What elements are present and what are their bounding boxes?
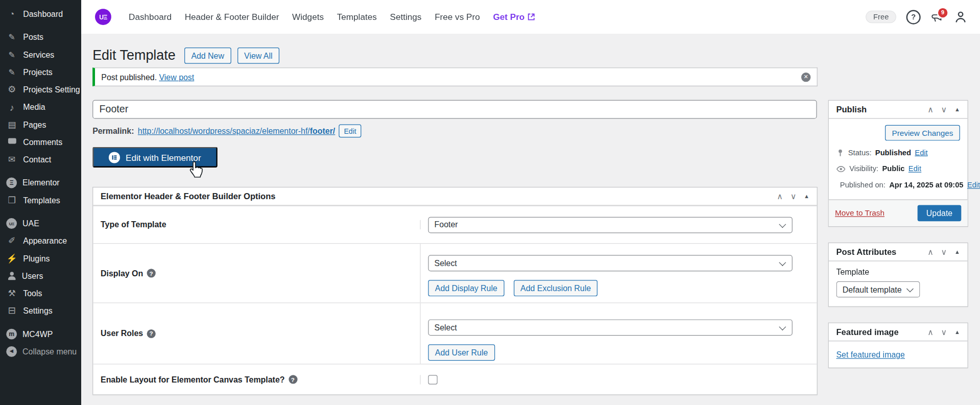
permalink-label: Permalink:	[92, 126, 134, 135]
edit-published-link[interactable]: Edit	[967, 181, 980, 189]
mc4wp-icon	[6, 328, 17, 339]
topnav-free-vs-pro[interactable]: Free vs Pro	[435, 12, 480, 22]
help-icon[interactable]	[147, 329, 156, 338]
announcements-button[interactable]: 9	[930, 11, 944, 22]
sidebar-item-label: Projects Setting	[23, 85, 80, 94]
topnav-dashboard[interactable]: Dashboard	[129, 12, 172, 22]
add-user-rule-button[interactable]: Add User Rule	[428, 344, 494, 361]
sidebar-item-label: Elementor	[22, 178, 60, 187]
canvas-template-row: Enable Layout for Elementor Canvas Templ…	[93, 364, 817, 394]
move-down-icon[interactable]	[791, 192, 797, 201]
field-label: Display On	[93, 244, 420, 302]
sidebar-item-media[interactable]: Media	[0, 98, 81, 115]
page-template-select[interactable]: Default template	[836, 281, 920, 298]
featured-image-panel: Featured image Set featured image	[828, 323, 968, 368]
account-icon[interactable]	[954, 10, 968, 24]
sidebar-item-services[interactable]: Services	[0, 45, 81, 63]
get-pro-link[interactable]: Get Pro	[493, 12, 535, 22]
canvas-template-checkbox[interactable]	[428, 375, 437, 384]
sidebar-item-appearance[interactable]: Appearance	[0, 232, 81, 249]
comments-bubble-icon	[8, 138, 16, 144]
sidebar-item-projects-setting[interactable]: Projects Setting	[0, 81, 81, 98]
template-type-select[interactable]: Footer	[428, 217, 793, 233]
sidebar-item-users[interactable]: Users	[0, 267, 81, 284]
folder-icon	[6, 195, 17, 205]
dismiss-notice-icon[interactable]: ✕	[801, 72, 810, 81]
plugin-icon	[6, 253, 17, 264]
panel-title: Featured image	[836, 327, 899, 337]
set-featured-image-link[interactable]: Set featured image	[836, 350, 905, 359]
topnav-header-footer-builder[interactable]: Header & Footer Builder	[185, 12, 279, 22]
edit-permalink-button[interactable]: Edit	[339, 125, 362, 138]
sidebar-item-mc4wp[interactable]: MC4WP	[0, 325, 81, 342]
edit-with-elementor-button[interactable]: Edit with Elementor	[92, 147, 217, 168]
title-input[interactable]	[92, 100, 817, 119]
move-up-icon[interactable]	[927, 105, 934, 114]
update-button[interactable]: Update	[918, 205, 962, 221]
pages-icon	[6, 120, 17, 130]
sidebar-item-label: Collapse menu	[22, 347, 77, 356]
view-all-button[interactable]: View All	[237, 47, 279, 64]
sidebar-collapse-menu[interactable]: Collapse menu	[0, 343, 81, 360]
help-icon[interactable]: ?	[906, 10, 921, 24]
sidebar-item-label: Posts	[23, 32, 43, 41]
add-exclusion-rule-button[interactable]: Add Exclusion Rule	[514, 280, 598, 296]
post-attributes-header[interactable]: Post Attributes	[829, 243, 968, 261]
uae-logo[interactable]: UΞ	[95, 9, 111, 25]
admin-sidebar: Dashboard Posts Services Projects Projec…	[0, 0, 81, 405]
featured-image-header[interactable]: Featured image	[829, 323, 968, 341]
status-row: Status: Published Edit	[836, 148, 960, 157]
preview-changes-button[interactable]: Preview Changes	[885, 125, 960, 141]
topnav-widgets[interactable]: Widgets	[292, 12, 324, 22]
sidebar-item-comments[interactable]: Comments	[0, 133, 81, 151]
toggle-panel-icon[interactable]	[954, 329, 960, 335]
edit-visibility-link[interactable]: Edit	[909, 164, 921, 173]
move-up-icon[interactable]	[927, 247, 934, 256]
sidebar-separator	[0, 22, 81, 28]
move-down-icon[interactable]	[941, 247, 947, 256]
metabox-header[interactable]: Elementor Header & Footer Builder Option…	[93, 187, 817, 205]
move-up-icon[interactable]	[777, 192, 783, 201]
view-post-link[interactable]: View post	[159, 72, 195, 81]
sidebar-item-label: Tools	[23, 289, 42, 298]
sidebar-item-dashboard[interactable]: Dashboard	[0, 5, 81, 22]
move-down-icon[interactable]	[941, 105, 947, 114]
move-down-icon[interactable]	[941, 327, 947, 337]
sidebar-item-plugins[interactable]: Plugins	[0, 249, 81, 267]
sidebar-item-projects[interactable]: Projects	[0, 63, 81, 81]
sidebar-item-templates[interactable]: Templates	[0, 191, 81, 208]
sidebar-item-label: Appearance	[23, 236, 67, 245]
toggle-panel-icon[interactable]	[954, 106, 960, 112]
sidebar-item-settings[interactable]: Settings	[0, 302, 81, 319]
topnav-templates[interactable]: Templates	[337, 12, 377, 22]
edit-with-elementor-label: Edit with Elementor	[126, 152, 201, 162]
metabox-controls	[777, 192, 809, 201]
sidebar-item-elementor[interactable]: Elementor	[0, 174, 81, 191]
help-icon[interactable]	[289, 375, 297, 384]
topnav-settings[interactable]: Settings	[390, 12, 422, 22]
sidebar-item-posts[interactable]: Posts	[0, 28, 81, 45]
sidebar-item-contact[interactable]: Contact	[0, 151, 81, 168]
dashboard-icon	[6, 9, 17, 19]
sidebar-item-tools[interactable]: Tools	[0, 284, 81, 302]
pin-icon	[6, 50, 17, 59]
sidebar-item-pages[interactable]: Pages	[0, 115, 81, 133]
move-up-icon[interactable]	[927, 327, 934, 337]
publish-panel-header[interactable]: Publish	[829, 101, 968, 118]
user-roles-select[interactable]: Select	[428, 319, 793, 336]
pin-icon	[6, 67, 17, 77]
free-plan-badge: Free	[866, 11, 896, 23]
toggle-panel-icon[interactable]	[954, 249, 960, 255]
sidebar-item-uae[interactable]: UAE	[0, 215, 81, 232]
help-icon[interactable]	[147, 269, 156, 277]
sidebar-separator	[0, 319, 81, 325]
toggle-panel-icon[interactable]	[804, 193, 809, 199]
add-new-button[interactable]: Add New	[184, 47, 231, 64]
move-to-trash-link[interactable]: Move to Trash	[835, 209, 885, 218]
visibility-row: Visibility: Public Edit	[836, 164, 960, 173]
add-display-rule-button[interactable]: Add Display Rule	[428, 280, 504, 296]
display-on-select[interactable]: Select	[428, 255, 793, 271]
metabox-title: Elementor Header & Footer Builder Option…	[101, 192, 275, 201]
edit-status-link[interactable]: Edit	[915, 148, 927, 157]
permalink-link[interactable]: http://localhost/wordpress/spaciaz/eleme…	[138, 126, 335, 135]
